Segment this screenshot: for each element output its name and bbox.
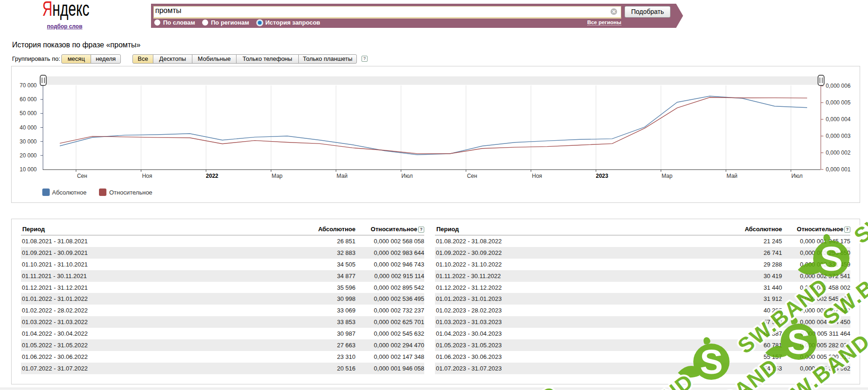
svg-text:0,000 002: 0,000 002: [826, 150, 851, 156]
svg-text:Сен: Сен: [467, 173, 477, 179]
svg-text:40 000: 40 000: [20, 124, 37, 131]
svg-text:Абсолютное: Абсолютное: [52, 189, 86, 196]
svg-text:0,000 001: 0,000 001: [826, 166, 851, 173]
svg-text:Май: Май: [336, 173, 348, 179]
svg-text:Ноя: Ноя: [532, 173, 542, 179]
svg-text:0,000 006: 0,000 006: [826, 83, 851, 89]
svg-text:20 000: 20 000: [20, 152, 37, 159]
svg-text:Ноя: Ноя: [142, 173, 152, 179]
svg-text:70 000: 70 000: [20, 82, 37, 89]
svg-text:60 000: 60 000: [20, 96, 37, 103]
svg-text:Мар: Мар: [272, 173, 283, 179]
svg-text:Май: Май: [727, 173, 738, 179]
svg-text:Относительное: Относительное: [109, 189, 152, 196]
svg-text:2022: 2022: [206, 173, 218, 179]
svg-text:50 000: 50 000: [20, 110, 37, 117]
svg-text:2023: 2023: [596, 173, 608, 179]
svg-text:30 000: 30 000: [20, 138, 37, 145]
svg-text:10 000: 10 000: [20, 166, 37, 173]
svg-text:Сен: Сен: [77, 173, 87, 179]
svg-text:Июл: Июл: [401, 173, 413, 179]
svg-text:0,000 005: 0,000 005: [826, 99, 851, 106]
svg-text:Мар: Мар: [662, 173, 673, 179]
svg-text:0,000 004: 0,000 004: [826, 116, 851, 123]
svg-text:Июл: Июл: [791, 173, 802, 179]
svg-text:0,000 003: 0,000 003: [826, 133, 851, 139]
